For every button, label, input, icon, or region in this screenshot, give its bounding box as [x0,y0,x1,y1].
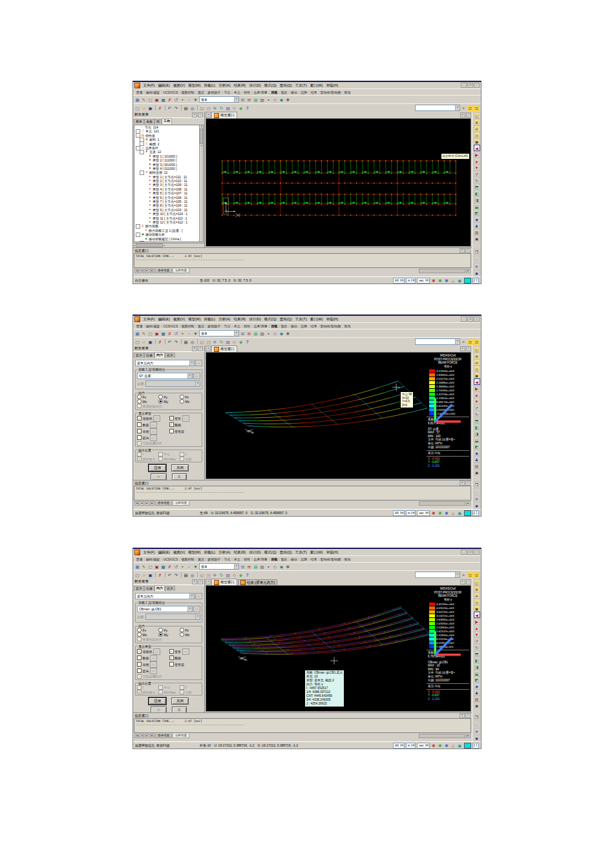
more-options-button[interactable]: ... [150,428,157,435]
tab-应力[interactable]: 应力 [165,586,175,591]
save-icon[interactable]: ▣ [147,572,153,578]
menu-item[interactable]: 工具(T) [293,83,308,88]
checkbox-箭头[interactable] [137,668,142,673]
tab-命令信息[interactable]: 命令信息 [155,734,172,738]
search-icon[interactable]: ◌ [474,721,480,727]
toolbar-group[interactable]: 特性 [243,90,251,94]
menu-item[interactable]: 文件(F) [142,83,156,88]
query-help-icon[interactable]: ? [244,105,250,111]
named-view-combo[interactable]: ▾ [415,105,460,111]
tree-expander-icon[interactable]: - [140,150,144,154]
search-icon[interactable]: ◌ [474,488,480,495]
tab-scroll-icon[interactable]: ▸ [460,112,465,118]
rotate-right-icon[interactable]: ↻ [474,411,480,417]
snap-node-icon[interactable]: ✱ [431,510,437,516]
print-button[interactable]: ≡ [172,707,187,712]
zoom-in-icon[interactable]: ⊕ [474,353,480,359]
toolbar-group[interactable]: 查询 [343,324,352,328]
pan-right-icon[interactable]: ▶ [474,618,480,625]
iso-view-icon[interactable]: ◇ [231,339,237,345]
undo-icon[interactable]: ↶ [167,572,173,578]
first-tab-icon[interactable]: |◀ [134,734,139,738]
menu-item[interactable]: 编辑(E) [156,317,171,322]
tree-expander-icon[interactable]: - [136,224,140,229]
result-type-more-button[interactable]: ... [195,360,202,366]
info-pin-icon[interactable]: ▾ [460,480,465,486]
unit-combo-kN[interactable]: kN▾ [393,743,405,749]
iso-view-icon[interactable]: ◇ [231,572,237,578]
tab-模型窗口[interactable]: 模型窗口 [211,112,237,118]
tree-expander-icon[interactable]: - [140,241,144,242]
angle-view-icon[interactable]: ◆ [238,339,244,345]
tab-组[interactable]: 组 [154,119,162,124]
zoom-step-spinner[interactable]: 2▲▼ [472,278,480,284]
snap-grid-icon[interactable]: ✱ [444,510,450,516]
zoom-in-icon[interactable]: ⊕ [474,586,480,592]
filter-down-icon[interactable]: ▼ [193,564,198,570]
tab-nav-icon[interactable]: ◂ [206,579,211,584]
next-tab-icon[interactable]: ▶ [145,269,149,273]
perspective-icon[interactable]: ◇ [272,564,278,570]
apply-button[interactable]: 适用 [149,698,166,705]
element-number-icon[interactable]: ⊞ [246,564,252,570]
tab-close-icon[interactable]: × [466,579,471,584]
iso-view-icon[interactable]: ◩ [474,209,480,216]
pan-down-icon[interactable]: ▼ [474,164,480,170]
zoom-out-icon[interactable]: ⊖ [474,125,480,132]
rotate-left-icon[interactable]: ↺ [474,170,480,177]
menu-item[interactable]: 视图(V) [171,83,186,88]
right-view-icon[interactable]: ◨ [474,430,480,437]
unit-combo-m[interactable]: m▾ [406,743,416,749]
zoom-window-icon[interactable]: ◱ [474,112,480,119]
checkbox-数值[interactable] [137,656,142,660]
toolbar-group[interactable]: 建模助手 [207,90,222,94]
front-view-icon[interactable]: ⬓ [474,203,480,209]
top-view-icon[interactable]: ⬒ [474,650,480,657]
pan-all-icon[interactable]: ✛ [474,728,480,734]
toolbar-group[interactable]: 查询 [343,90,352,94]
element-number-icon[interactable]: ⊞ [246,331,252,336]
close-button[interactable]: 关闭 [171,698,189,705]
display-option-icon[interactable]: ✱ [285,564,291,570]
snap-grid-icon[interactable]: ✱ [444,278,450,284]
named-view-combo[interactable]: ▾ [415,338,460,345]
tab-scroll-icon[interactable]: ▸ [460,346,465,351]
view-grid-icon[interactable]: ▦ [134,564,140,570]
zoom-window-icon[interactable]: ◱ [199,105,205,111]
zoom-window-icon[interactable]: ◱ [199,339,205,345]
front-view-icon[interactable]: ⬓ [474,670,480,676]
rotate-right-icon[interactable]: ↻ [474,644,480,650]
toolbar-group[interactable]: 查询 [343,557,352,561]
print-preview-icon[interactable]: ◎ [189,339,195,345]
material-color-icon[interactable]: ▤ [253,564,259,570]
pan-up-icon[interactable]: ▲ [474,625,480,631]
group-icon[interactable]: ▫ [186,331,192,336]
display-option-icon[interactable]: ✱ [285,97,291,103]
toolbar-group[interactable]: 影响线/影响面 [319,557,341,561]
menu-item[interactable]: 荷载(L) [202,83,217,88]
display-option-icon[interactable]: ✱ [285,331,291,336]
unit-combo-kN[interactable]: kN▾ [393,510,405,516]
dynamic-rotate-icon[interactable]: ↻ [218,339,224,345]
prev-tab-icon[interactable]: ◀ [140,269,144,273]
menu-item[interactable]: 查询(Q) [278,550,293,555]
model-view-canvas[interactable]: 向左移动 (Ctrl+Left) [206,118,471,247]
fast-query-icon[interactable]: ◉ [457,510,463,516]
info-scrollbar[interactable] [419,734,465,738]
unit-combo-m[interactable]: m▾ [406,510,416,516]
checkbox-图例[interactable]: ✓ [169,422,174,427]
panel-pin-icon[interactable]: ▾ [192,112,197,118]
toolbar-group[interactable]: 沉降 [300,557,308,561]
right-view-icon[interactable]: ◨ [474,196,480,203]
toolbar-group[interactable]: 激活 [196,324,205,328]
hidden-surface-icon[interactable]: ▧ [259,564,265,570]
unit-combo-kN[interactable]: kN▾ [393,278,405,284]
select-all-icon[interactable]: ▩ [160,97,166,103]
close-button[interactable]: × [474,316,480,322]
toolbar-group[interactable]: 移动 [290,90,298,94]
toolbar-group[interactable]: 节点 [223,557,231,561]
toolbar-group[interactable]: 边界/质量 [253,90,268,94]
select-window-icon[interactable]: ▣ [154,331,160,336]
toolbar-group[interactable]: 激活 [196,90,205,94]
print-preview-icon[interactable]: ◎ [189,572,195,578]
